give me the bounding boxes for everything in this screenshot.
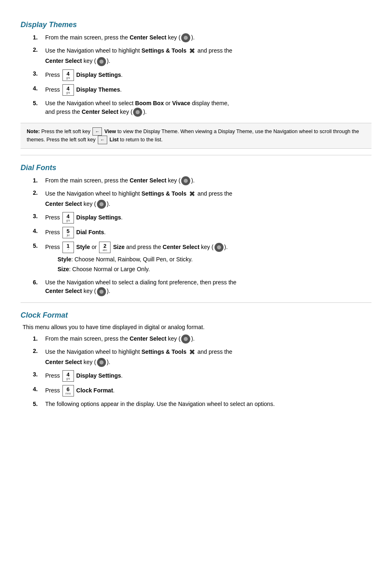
soft-key-view: ←	[92, 127, 102, 136]
tools-icon: ✖	[189, 189, 195, 200]
center-select-icon	[181, 334, 190, 344]
display-themes-steps: 1. From the main screen, press the Cente…	[33, 33, 371, 117]
page-wrapper: Display Themes 1. From the main screen, …	[21, 21, 371, 588]
center-select-icon	[181, 33, 190, 42]
display-themes-title: Display Themes	[21, 21, 371, 29]
step-1: 1. From the main screen, press the Cente…	[33, 33, 371, 42]
section-divider	[21, 155, 371, 155]
step-number: 3.	[33, 212, 43, 221]
dial-fonts-section: Dial Fonts 1. From the main screen, pres…	[21, 164, 371, 296]
step-content: Use the Navigation wheel to highlight Se…	[45, 46, 371, 66]
step-6: 6. Use the Navigation wheel to select a …	[33, 278, 371, 296]
center-select-icon	[181, 176, 190, 185]
step-number: 2.	[33, 347, 43, 355]
step-number: 3.	[33, 69, 43, 78]
step-content: Press 4ghi Display Settings.	[45, 69, 371, 81]
step-number: 2.	[33, 189, 43, 197]
bullet-size: Size: Choose Normal or Large Only.	[58, 265, 371, 274]
step-3: 3. Press 4ghi Display Settings.	[33, 370, 371, 382]
step-number: 1.	[33, 33, 43, 42]
dial-fonts-steps: 1. From the main screen, press the Cente…	[33, 176, 371, 296]
step-number: 4.	[33, 84, 43, 93]
key-1-dot: 1·°	[62, 242, 74, 253]
step-3: 3. Press 4ghi Display Settings.	[33, 212, 371, 224]
center-select-icon	[97, 287, 106, 296]
clock-format-steps: 1. From the main screen, press the Cente…	[33, 334, 371, 409]
key-4-ghi: 4ghi	[62, 212, 74, 224]
step-content: Press 4ghi Display Settings.	[45, 212, 371, 224]
step-number: 5.	[33, 99, 43, 108]
step-content: From the main screen, press the Center S…	[45, 334, 371, 344]
key-4-ghi: 4ghi	[62, 370, 74, 382]
center-select-icon	[133, 108, 142, 117]
step-content: Press 5jkl Dial Fonts.	[45, 227, 371, 238]
step-2: 2. Use the Navigation wheel to highlight…	[33, 46, 371, 66]
note-label: Note:	[27, 128, 40, 134]
bullet-style: Style: Choose Normal, Rainbow, Quill Pen…	[58, 255, 371, 264]
step-content: Use the Navigation wheel to highlight Se…	[45, 189, 371, 209]
step-number: 1.	[33, 334, 43, 343]
center-select-icon	[97, 200, 106, 209]
step-5: 5. Press 1·° Style or 2abc Size and pres…	[33, 242, 371, 275]
step-content: Press 4ghi Display Themes.	[45, 84, 371, 96]
step-4: 4. Press 4ghi Display Themes.	[33, 84, 371, 96]
step-content: Use the Navigation wheel to select Boom …	[45, 99, 371, 117]
step-3: 3. Press 4ghi Display Settings.	[33, 69, 371, 81]
step-number: 2.	[33, 46, 43, 54]
step-content: The following options appear in the disp…	[45, 400, 371, 408]
step-1: 1. From the main screen, press the Cente…	[33, 176, 371, 185]
step-number: 4.	[33, 227, 43, 235]
step-content: Press 1·° Style or 2abc Size and press t…	[45, 242, 371, 275]
key-4-ghi: 4ghi	[62, 84, 74, 96]
step-2: 2. Use the Navigation wheel to highlight…	[33, 189, 371, 209]
step-5: 5. Use the Navigation wheel to select Bo…	[33, 99, 371, 117]
key-2-abc: 2abc	[99, 242, 111, 253]
center-select-icon	[214, 243, 224, 252]
clock-format-title: Clock Format	[21, 311, 371, 320]
section-divider-2	[21, 302, 371, 303]
soft-key-list: ←	[98, 136, 107, 144]
step-content: Use the Navigation wheel to highlight Se…	[45, 347, 371, 367]
step-number: 4.	[33, 385, 43, 394]
center-select-icon	[97, 358, 106, 367]
key-6-mno: 6mno	[62, 385, 74, 397]
key-4-ghi: 4ghi	[62, 69, 74, 81]
center-select-icon	[97, 57, 106, 66]
step-number: 5.	[33, 400, 43, 408]
note-box: Note: Press the left soft key ← View to …	[21, 123, 371, 149]
style-size-bullets: Style: Choose Normal, Rainbow, Quill Pen…	[58, 255, 371, 274]
key-5-jkl: 5jkl	[62, 227, 74, 238]
dial-fonts-title: Dial Fonts	[21, 164, 371, 172]
step-content: Press 4ghi Display Settings.	[45, 370, 371, 382]
step-content: From the main screen, press the Center S…	[45, 176, 371, 185]
step-2: 2. Use the Navigation wheel to highlight…	[33, 347, 371, 367]
display-themes-section: Display Themes 1. From the main screen, …	[21, 21, 371, 149]
step-4: 4. Press 6mno Clock Format.	[33, 385, 371, 397]
step-content: Use the Navigation wheel to select a dia…	[45, 278, 371, 296]
step-number: 1.	[33, 176, 43, 185]
step-1: 1. From the main screen, press the Cente…	[33, 334, 371, 344]
clock-format-section: Clock Format This menu allows you to hav…	[21, 311, 371, 409]
tools-icon: ✖	[189, 46, 195, 57]
step-number: 6.	[33, 278, 43, 287]
step-number: 3.	[33, 370, 43, 379]
step-number: 5.	[33, 242, 43, 250]
step-5: 5. The following options appear in the d…	[33, 400, 371, 408]
step-content: Press 6mno Clock Format.	[45, 385, 371, 397]
clock-format-intro: This menu allows you to have time displa…	[23, 324, 371, 330]
step-content: From the main screen, press the Center S…	[45, 33, 371, 42]
step-4: 4. Press 5jkl Dial Fonts.	[33, 227, 371, 238]
tools-icon: ✖	[189, 347, 195, 358]
